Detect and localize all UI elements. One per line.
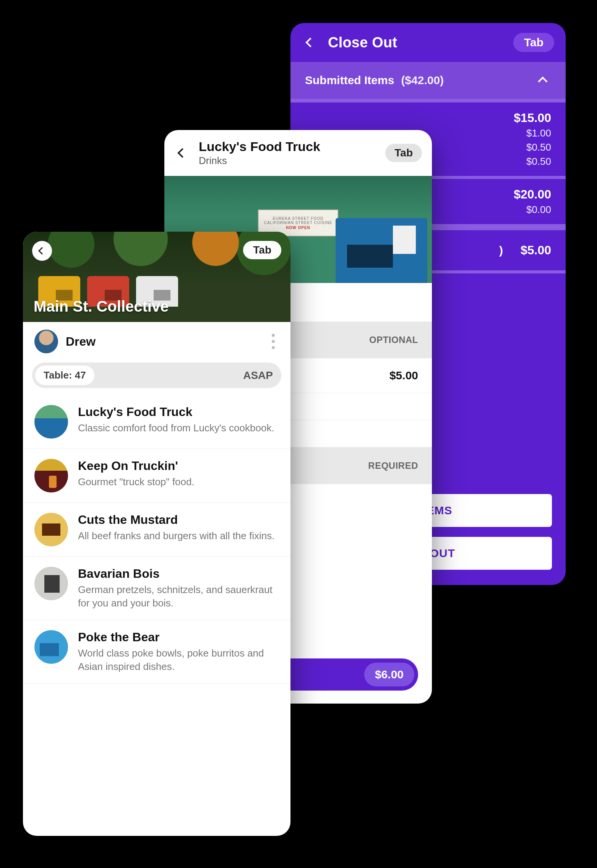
vendor-thumb (34, 459, 68, 493)
vendor-title: Lucky's Food Truck (78, 405, 279, 419)
submitted-total: ($42.00) (401, 74, 444, 87)
vendor-desc: German pretzels, schnitzels, and sauerkr… (78, 583, 279, 610)
avatar[interactable] (34, 330, 58, 353)
tab-pill[interactable]: Tab (513, 33, 554, 52)
collapse-toggle[interactable] (534, 72, 551, 89)
page-subtitle: Drinks (199, 155, 377, 167)
closeout-header: Close Out Tab (290, 23, 566, 62)
luckys-header: Lucky's Food Truck Drinks Tab (164, 130, 432, 176)
vendor-title: Keep On Truckin' (78, 459, 279, 473)
filter-bar[interactable]: Table: 47 ASAP (32, 362, 281, 388)
vendor-desc: World class poke bowls, poke burritos an… (78, 647, 279, 673)
chevron-left-icon (38, 247, 46, 255)
vendor-title: Bavarian Bois (78, 567, 279, 581)
sign-line: CALIFORNIAN STREET CUISINE (264, 221, 333, 225)
tax-amount: $5.00 (521, 243, 551, 257)
tab-pill[interactable]: Tab (385, 144, 422, 162)
vendor-item[interactable]: Keep On Truckin' Gourmet "truck stop" fo… (23, 449, 290, 503)
sign-line: NOW OPEN (286, 226, 310, 230)
vendor-desc: All beef franks and burgers with all the… (78, 529, 279, 543)
vendor-item[interactable]: Lucky's Food Truck Classic comfort food … (23, 395, 290, 449)
vendor-item[interactable]: Poke the Bear World class poke bowls, po… (23, 620, 290, 684)
user-name: Drew (66, 335, 260, 349)
table-chip[interactable]: Table: 47 (35, 366, 94, 385)
vendor-list: Lucky's Food Truck Classic comfort food … (23, 395, 290, 684)
chevron-up-icon (538, 76, 547, 86)
vendor-item[interactable]: Bavarian Bois German pretzels, schnitzel… (23, 557, 290, 620)
chevron-left-icon (177, 148, 187, 158)
vendor-thumb (34, 513, 68, 546)
vendor-item[interactable]: Cuts the Mustard All beef franks and bur… (23, 503, 290, 557)
divider (290, 99, 566, 102)
vendor-thumb (34, 405, 68, 439)
truck-graphic (336, 218, 427, 283)
page-title: Lucky's Food Truck (199, 139, 377, 154)
vendor-title: Poke the Bear (78, 630, 279, 644)
hero-image: Tab Main St. Collective (23, 232, 290, 322)
header-text: Lucky's Food Truck Drinks (199, 139, 377, 167)
tax-label-fragment: ) (499, 244, 503, 257)
back-button[interactable] (302, 34, 319, 51)
vendor-title: Cuts the Mustard (78, 513, 279, 527)
user-bar: Drew (23, 322, 290, 361)
chevron-left-icon (305, 37, 315, 47)
submitted-label: Submitted Items (305, 74, 394, 87)
vendor-thumb (34, 567, 68, 600)
tab-pill[interactable]: Tab (243, 241, 281, 259)
sign-line: EUREKA STREET FOOD (273, 216, 323, 221)
vendor-thumb (34, 630, 68, 664)
submitted-items-bar[interactable]: Submitted Items ($42.00) (290, 62, 566, 99)
back-button[interactable] (174, 145, 190, 161)
timing-chip[interactable]: ASAP (243, 369, 273, 382)
page-title: Close Out (328, 34, 504, 51)
page-title: Main St. Collective (34, 298, 169, 315)
mainst-screen: Tab Main St. Collective Drew Table: 47 A… (23, 232, 290, 836)
cta-price: $6.00 (364, 663, 414, 686)
kebab-menu[interactable] (268, 334, 279, 349)
line-amount: $15.00 (290, 111, 551, 125)
back-button[interactable] (32, 241, 52, 261)
vendor-desc: Classic comfort food from Lucky's cookbo… (78, 421, 279, 435)
option-price: $5.00 (389, 369, 418, 382)
vendor-desc: Gourmet "truck stop" food. (78, 475, 279, 489)
